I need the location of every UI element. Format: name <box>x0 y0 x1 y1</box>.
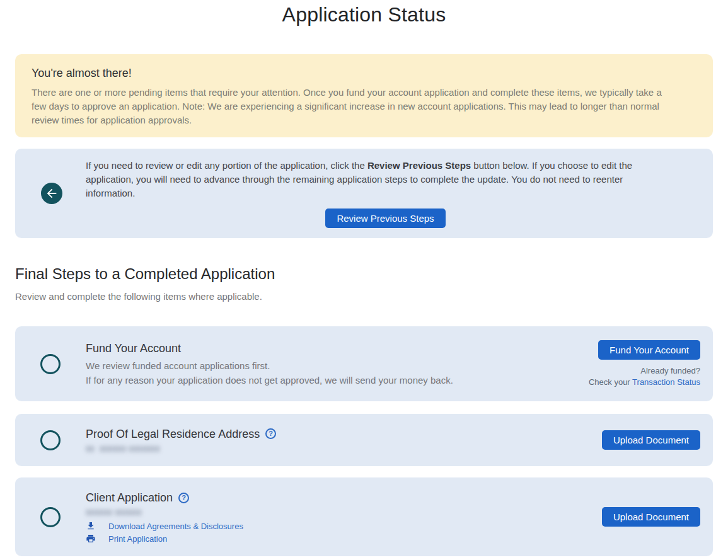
download-agreements-row: Download Agreements & Disclosures <box>86 521 602 531</box>
client-application-card: Client Application ? ▮▮▮▮▮▮ ▮▮▮▮▮▮ Downl… <box>15 477 713 556</box>
print-application-link[interactable]: Print Application <box>108 534 167 544</box>
already-funded-note: Already funded? Check your Transaction S… <box>589 365 700 388</box>
upload-document-button[interactable]: Upload Document <box>602 430 700 450</box>
redacted-applicant-name: ▮▮▮▮▮▮ ▮▮▮▮▮▮ <box>86 506 602 518</box>
card-description-line: If for any reason your application does … <box>86 373 589 387</box>
alert-text-line: few days to approve an application. Note… <box>32 100 696 113</box>
fund-your-account-button[interactable]: Fund Your Account <box>598 340 700 360</box>
alert-text-line: There are one or more pending items that… <box>32 86 696 100</box>
card-content: Proof Of Legal Residence Address ? ▮▮ ▮▮… <box>86 426 602 454</box>
card-content: Client Application ? ▮▮▮▮▮▮ ▮▮▮▮▮▮ Downl… <box>86 490 602 544</box>
review-instructions-line: information. <box>86 186 685 200</box>
help-icon[interactable]: ? <box>178 493 189 503</box>
card-description-line: We review funded account applications fi… <box>86 358 589 373</box>
redacted-applicant-name: ▮▮ ▮▮▮▮▮▮ ▮▮▮▮▮▮▮ <box>86 443 602 454</box>
transaction-status-link[interactable]: Transaction Status <box>632 377 700 387</box>
review-previous-steps-button[interactable]: Review Previous Steps <box>325 209 445 228</box>
final-steps-heading: Final Steps to a Completed Application <box>15 265 713 283</box>
status-circle-icon <box>40 430 61 450</box>
card-actions: Fund Your Account Already funded? Check … <box>589 340 700 388</box>
status-circle-icon <box>40 507 61 527</box>
download-icon <box>86 521 96 531</box>
review-instructions-line: If you need to review or edit any portio… <box>86 159 685 173</box>
help-icon[interactable]: ? <box>265 428 276 439</box>
card-actions: Upload Document <box>602 507 700 527</box>
alert-heading: You're almost there! <box>32 66 696 81</box>
card-title: Client Application <box>86 490 173 505</box>
back-arrow-icon <box>41 183 62 204</box>
print-application-row: Print Application <box>86 534 602 544</box>
alert-text-line: review times for application approvals. <box>32 113 696 127</box>
document-links: Download Agreements & Disclosures Print … <box>86 521 602 544</box>
upload-document-button[interactable]: Upload Document <box>602 507 700 527</box>
proof-of-residence-card: Proof Of Legal Residence Address ? ▮▮ ▮▮… <box>15 414 713 466</box>
card-title: Fund Your Account <box>86 341 181 356</box>
check-transaction-line: Check your Transaction Status <box>589 377 700 388</box>
card-actions: Upload Document <box>602 430 700 450</box>
card-title: Proof Of Legal Residence Address <box>86 426 260 442</box>
page-title: Application Status <box>15 1 713 28</box>
download-agreements-link[interactable]: Download Agreements & Disclosures <box>108 522 243 531</box>
fund-your-account-card: Fund Your Account We review funded accou… <box>15 326 713 401</box>
status-circle-icon <box>40 354 61 374</box>
review-previous-steps-panel: If you need to review or edit any portio… <box>15 149 713 238</box>
final-steps-subheading: Review and complete the following items … <box>15 291 713 302</box>
review-instructions: If you need to review or edit any portio… <box>86 159 685 200</box>
card-content: Fund Your Account We review funded accou… <box>86 341 589 387</box>
print-icon <box>86 534 96 544</box>
review-instructions-line: application, you will need to advance th… <box>86 173 685 186</box>
application-status-page: Application Status You're almost there! … <box>0 1 728 560</box>
already-funded-line: Already funded? <box>589 365 700 377</box>
review-panel-content: If you need to review or edit any portio… <box>86 159 698 228</box>
pending-items-alert: You're almost there! There are one or mo… <box>15 54 713 137</box>
